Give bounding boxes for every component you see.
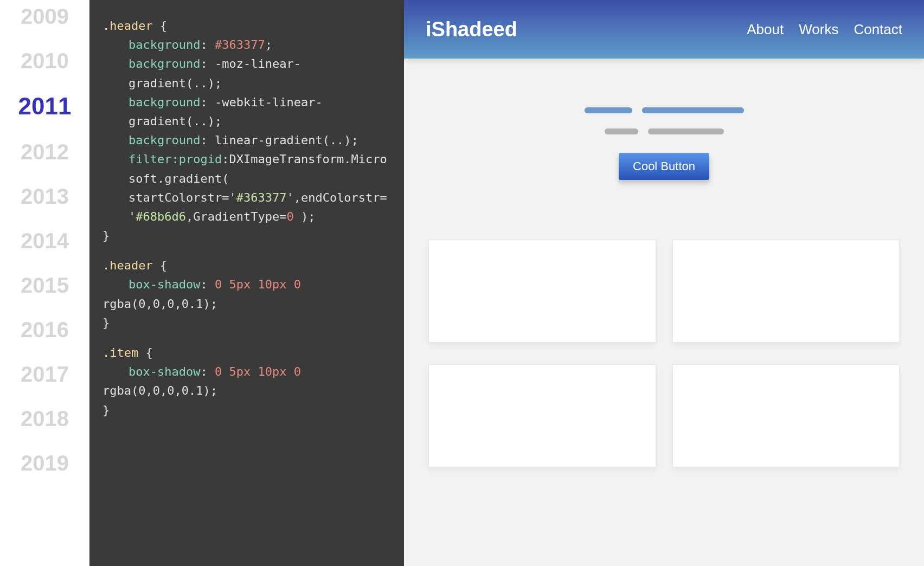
card-item[interactable]	[672, 240, 900, 343]
cool-button[interactable]: Cool Button	[619, 153, 709, 180]
year-2017[interactable]: 2017	[0, 363, 89, 385]
year-2009[interactable]: 2009	[0, 5, 89, 27]
nav-works[interactable]: Works	[799, 21, 838, 38]
year-2019[interactable]: 2019	[0, 452, 89, 474]
year-2015[interactable]: 2015	[0, 274, 89, 296]
placeholder-lines	[585, 107, 744, 134]
year-2014[interactable]: 2014	[0, 230, 89, 252]
code-block-header-shadow: .header { box-shadow: 0 5px 10px 0 rgba(…	[102, 256, 391, 332]
code-panel: .header { background: #363377; backgroun…	[89, 0, 404, 566]
selector-header: .header	[102, 19, 153, 33]
logo[interactable]: iShadeed	[426, 18, 517, 41]
placeholder-bar	[642, 107, 744, 113]
card-item[interactable]	[428, 364, 656, 467]
code-block-item-shadow: .item { box-shadow: 0 5px 10px 0 rgba(0,…	[102, 343, 391, 420]
placeholder-bar	[648, 128, 724, 134]
hero-section: Cool Button	[404, 59, 924, 218]
year-2012[interactable]: 2012	[0, 141, 89, 163]
nav-contact[interactable]: Contact	[854, 21, 902, 38]
year-2011[interactable]: 2011	[0, 94, 89, 118]
code-block-header-gradient: .header { background: #363377; backgroun…	[102, 16, 391, 245]
preview-panel: iShadeed About Works Contact Cool Button	[404, 0, 924, 566]
year-2016[interactable]: 2016	[0, 319, 89, 340]
card-item[interactable]	[428, 240, 656, 343]
placeholder-bar	[585, 107, 632, 113]
year-2018[interactable]: 2018	[0, 408, 89, 429]
year-2013[interactable]: 2013	[0, 185, 89, 207]
placeholder-row-2	[605, 128, 724, 134]
card-item[interactable]	[672, 364, 900, 467]
year-sidebar: 2009 2010 2011 2012 2013 2014 2015 2016 …	[0, 0, 89, 566]
nav-about[interactable]: About	[747, 21, 784, 38]
selector-item: .item	[102, 346, 138, 359]
nav: About Works Contact	[747, 21, 902, 38]
cards-grid	[404, 218, 924, 489]
placeholder-row-1	[585, 107, 744, 113]
preview-header: iShadeed About Works Contact	[404, 0, 924, 59]
placeholder-bar	[605, 128, 638, 134]
selector-header-2: .header	[102, 259, 153, 272]
year-2010[interactable]: 2010	[0, 50, 89, 72]
